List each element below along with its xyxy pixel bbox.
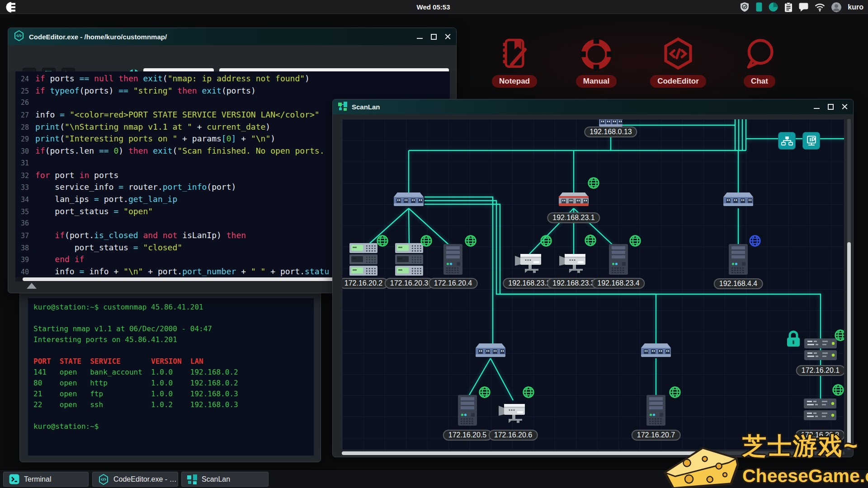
scanlan-app-icon [338,102,347,113]
codeeditor-hexagon-icon [14,30,24,43]
line-number: 33 [15,182,35,194]
scroll-up-arrow-icon[interactable] [27,283,37,289]
globe-icon [522,386,535,400]
scanlan-icon [187,474,197,484]
globe-icon [584,234,597,249]
maximize-button[interactable] [828,104,834,110]
globe-icon [420,235,433,249]
globe-icon [834,329,844,343]
terminal-line [33,313,312,324]
device-switch[interactable] [393,191,425,210]
device-rack[interactable] [395,243,423,278]
line-number: 39 [15,254,35,266]
taskbar-item-terminal[interactable]: Terminal [3,472,89,487]
device-switch[interactable] [640,342,672,361]
line-number: 31 [15,157,35,169]
device-rack2[interactable] [804,338,837,363]
globe-icon [749,235,761,249]
device-rack[interactable] [349,243,377,278]
system-tray: kuro [740,0,863,14]
node-ip-label: 172.16.20.1 [796,365,844,376]
device-camera[interactable] [499,400,528,426]
scrollbar-thumb[interactable] [342,451,697,455]
chat-icon [742,37,777,71]
desktop-icon-manual[interactable]: Manual [562,37,630,88]
taskbar-item-codeeditor[interactable]: CodeEditor.exe - … [92,472,178,487]
node-ip-label: 172.16.20.8 [796,430,844,441]
device-tower[interactable] [443,244,463,277]
terminal-line [33,410,312,421]
device-tower[interactable] [457,395,478,428]
taskbar-item-scanlan[interactable]: ScanLan [181,472,269,487]
os-logo-icon[interactable] [5,1,17,13]
node-ip-label: 192.168.0.13 [584,127,637,137]
terminal-line: PORT STATE SERVICE VERSION LAN [33,356,312,367]
wifi-icon[interactable] [815,3,825,12]
terminal-line: Starting nmap v1.1 at 06/Dec/2000 - 04:4… [33,324,312,334]
globe-icon [629,235,642,249]
scanlan-titlebar[interactable]: ScanLan [333,99,853,114]
code-line: 24if ports == null then exit("nmap: ip a… [15,73,450,85]
device-camera[interactable] [515,250,544,276]
device-tower[interactable] [646,395,666,428]
taskbar-item-label: ScanLan [202,475,230,483]
node-ip-label: 172.16.20.4 [429,278,478,289]
desktop-icon-notepad[interactable]: Notepad [481,37,548,88]
avatar-icon[interactable] [831,2,841,12]
terminal-screen[interactable]: kuro@station:~$ customnmap 45.86.41.201 … [28,298,314,456]
device-camera[interactable] [559,250,588,276]
system-top-bar: Wed 05:53 kuro [0,0,868,14]
terminal-line: 141 open bank_account 1.0.0 192.168.0.2 [33,367,312,378]
username[interactable]: kuro [848,3,863,11]
device-tower[interactable] [728,244,749,277]
node-ip-label: 172.16.20.3 [385,278,434,289]
clipboard-icon[interactable] [784,2,793,12]
maximize-button[interactable] [431,34,437,40]
battery-icon[interactable] [756,2,762,12]
taskbar-item-label: CodeEditor.exe - … [113,475,177,483]
terminal-line: 21 open ftp 1.0.0 192.168.0.3 [33,389,312,399]
desktop-icon-codeeditor[interactable]: CodeEditor [644,37,712,88]
code-editor-title: CodeEditor.exe - /home/kuro/customnmap/ [29,33,167,41]
minimize-button[interactable] [417,34,423,40]
device-switch[interactable] [722,191,754,210]
terminal-line: 80 open http 1.0.0 192.168.0.2 [33,378,312,389]
ip-list-button[interactable] [803,132,820,149]
taskbar-item-label: Terminal [24,475,51,483]
topology-view-button[interactable] [778,132,795,149]
terminal-line: kuro@station:~$ customnmap 45.86.41.201 [33,302,312,313]
node-ip-label: 172.16.20.6 [489,430,538,441]
device-switch[interactable] [475,342,506,361]
device-rack2[interactable] [804,399,836,423]
desktop: Wed 05:53 kuro NotepadManualCodeEditorCh… [0,0,868,488]
device-switch-red[interactable] [558,191,590,210]
desktop-icon-label: Notepad [492,75,537,88]
desktop-icon-chat[interactable]: Chat [726,37,793,88]
manual-icon [579,37,613,71]
taskbar: TerminalCodeEditor.exe - …ScanLan [0,469,868,488]
close-button[interactable] [445,34,451,40]
network-map[interactable]: 192.168.0.13192.168.23.1172.16.20.2172.1… [342,119,844,450]
code-line: 25if typeof(ports) == "string" then exit… [15,85,450,97]
line-number: 32 [15,170,35,182]
scanlan-window: ScanLan 192.168.0.13192.168.23.1172.16.2… [332,99,854,457]
chat-bubble-icon[interactable] [799,3,808,12]
code-editor-titlebar[interactable]: CodeEditor.exe - /home/kuro/customnmap/ [8,28,456,45]
terminal-window: kuro@station:~$ customnmap 45.86.41.201 … [19,284,321,462]
horizontal-scrollbar[interactable] [342,451,844,455]
status-circle-icon[interactable] [769,2,778,12]
globe-icon [376,235,389,249]
shield-icon[interactable] [740,2,750,12]
node-ip-label: 172.16.20.5 [443,430,492,441]
scrollbar-thumb[interactable] [847,242,851,448]
vertical-scrollbar[interactable] [847,119,851,450]
minimize-button[interactable] [814,104,820,110]
device-tower[interactable] [608,244,629,277]
lock-icon [787,330,800,349]
close-button[interactable] [842,104,848,110]
clock: Wed 05:53 [417,0,450,14]
codeeditor-icon [98,474,109,485]
terminal-output: kuro@station:~$ customnmap 45.86.41.201 … [33,302,312,432]
node-ip-label: 192.168.4.4 [714,278,763,289]
editor-toolbar: AptClient add_repo ( string repository_a… [8,45,456,71]
